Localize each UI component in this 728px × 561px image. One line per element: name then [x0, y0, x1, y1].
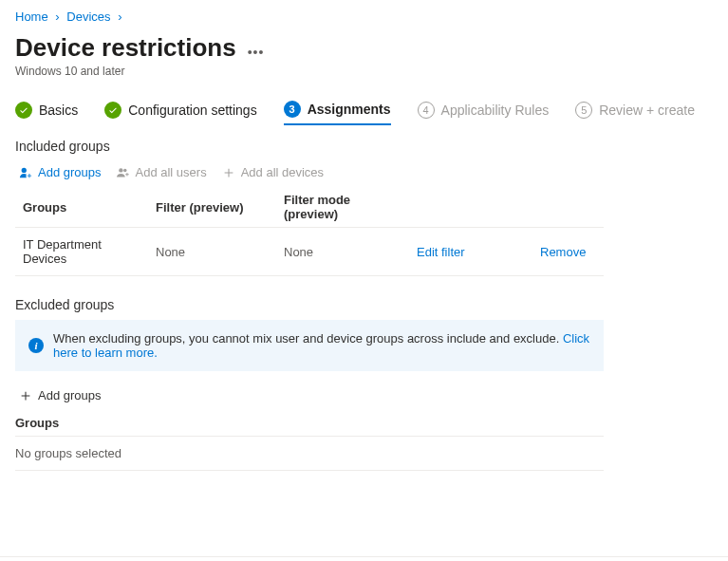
svg-point-0 — [22, 167, 27, 172]
table-row: IT Department Devices None None Edit fil… — [15, 228, 604, 276]
people-add-icon — [117, 166, 130, 179]
step-configuration-settings[interactable]: Configuration settings — [104, 102, 256, 124]
wizard-stepper: Basics Configuration settings 3 Assignme… — [15, 101, 713, 125]
breadcrumb-separator: › — [114, 9, 125, 24]
breadcrumb-home[interactable]: Home — [15, 9, 48, 24]
col-edit — [409, 187, 532, 228]
included-groups-heading: Included groups — [15, 139, 713, 154]
add-all-devices-label: Add all devices — [241, 165, 324, 179]
step-label: Applicability Rules — [441, 103, 550, 118]
add-groups-button[interactable]: Add groups — [19, 165, 102, 179]
step-basics[interactable]: Basics — [15, 102, 78, 124]
included-groups-table: Groups Filter (preview) Filter mode (pre… — [15, 187, 604, 276]
plus-icon — [19, 389, 32, 402]
svg-point-2 — [123, 168, 127, 172]
page-title: Device restrictions — [15, 33, 236, 63]
excluded-toolbar: Add groups — [15, 384, 713, 410]
step-label: Review + create — [599, 103, 695, 118]
col-groups-excluded: Groups — [15, 410, 604, 437]
cell-filter: None — [148, 228, 276, 276]
add-groups-label: Add groups — [38, 165, 102, 179]
no-groups-row: No groups selected — [15, 437, 604, 471]
step-label: Configuration settings — [128, 103, 256, 118]
svg-point-1 — [119, 168, 122, 172]
breadcrumb-separator: › — [51, 9, 63, 24]
step-number-icon: 5 — [575, 102, 592, 119]
breadcrumb-devices[interactable]: Devices — [66, 9, 110, 24]
remove-link[interactable]: Remove — [540, 245, 586, 259]
cell-group-name: IT Department Devices — [15, 228, 148, 276]
add-all-devices-button[interactable]: Add all devices — [222, 165, 324, 179]
step-number-icon: 3 — [284, 101, 301, 118]
step-assignments[interactable]: 3 Assignments — [284, 101, 391, 125]
wizard-footer: Previous Next — [0, 556, 728, 561]
plus-icon — [222, 166, 235, 179]
col-filter-mode: Filter mode (preview) — [276, 187, 409, 228]
add-all-users-label: Add all users — [136, 165, 207, 179]
add-groups-excluded-label: Add groups — [38, 388, 102, 402]
excluded-groups-heading: Excluded groups — [15, 297, 713, 312]
check-circle-icon — [15, 102, 32, 119]
check-circle-icon — [104, 102, 121, 119]
page-subtitle: Windows 10 and later — [15, 65, 713, 78]
step-number-icon: 4 — [418, 102, 435, 119]
edit-filter-link[interactable]: Edit filter — [417, 245, 465, 259]
col-groups: Groups — [15, 187, 148, 228]
cell-filter-mode: None — [276, 228, 409, 276]
banner-text: When excluding groups, you cannot mix us… — [53, 331, 563, 346]
add-all-users-button[interactable]: Add all users — [117, 165, 207, 179]
step-label: Basics — [39, 103, 78, 118]
info-banner: i When excluding groups, you cannot mix … — [15, 320, 604, 371]
person-add-icon — [19, 166, 32, 179]
info-icon: i — [28, 338, 44, 353]
step-applicability-rules[interactable]: 4 Applicability Rules — [418, 102, 550, 124]
excluded-groups-table: Groups No groups selected — [15, 410, 604, 471]
included-toolbar: Add groups Add all users Add all devices — [15, 161, 713, 187]
breadcrumb: Home › Devices › — [15, 8, 713, 33]
step-review-create[interactable]: 5 Review + create — [575, 102, 695, 124]
col-remove — [532, 187, 604, 228]
step-label: Assignments — [308, 102, 391, 117]
info-banner-text: When excluding groups, you cannot mix us… — [53, 331, 590, 360]
add-groups-excluded-button[interactable]: Add groups — [19, 388, 102, 402]
col-filter: Filter (preview) — [148, 187, 276, 228]
more-icon[interactable]: ••• — [248, 37, 265, 60]
